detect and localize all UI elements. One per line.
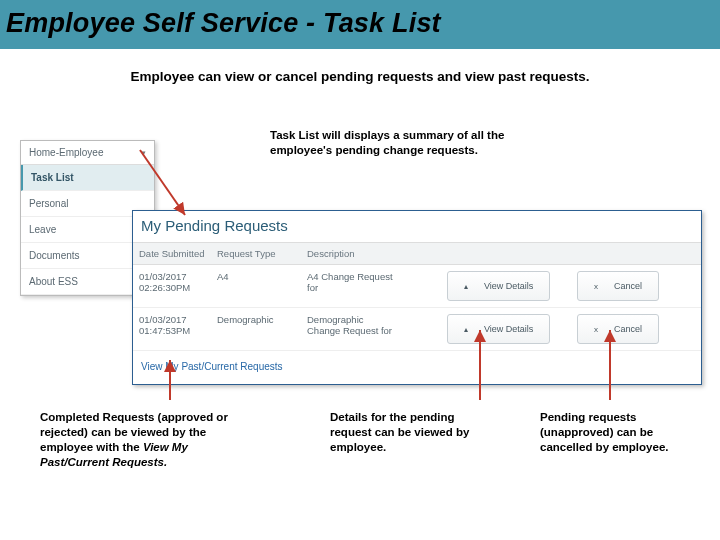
col-empty xyxy=(441,243,571,264)
pending-requests-panel: My Pending Requests Date Submitted Reque… xyxy=(132,210,702,385)
col-date: Date Submitted xyxy=(133,243,211,264)
cell-action: x Cancel xyxy=(571,265,701,307)
sidebar-item-label: Personal xyxy=(29,198,68,209)
time-line: 01:47:53PM xyxy=(139,325,205,336)
desc-line: A4 Change Request xyxy=(307,271,435,282)
sidebar-header-label: Home-Employee xyxy=(29,147,103,158)
sidebar-item-label: Task List xyxy=(31,172,74,183)
cell-date: 01/03/2017 01:47:53PM xyxy=(133,308,211,350)
button-label: View Details xyxy=(478,318,539,340)
panel-title: My Pending Requests xyxy=(133,211,701,242)
x-icon: x xyxy=(588,276,604,297)
date-line: 01/03/2017 xyxy=(139,314,205,325)
cell-date: 01/03/2017 02:26:30PM xyxy=(133,265,211,307)
description-tasklist: Task List will displays a summary of all… xyxy=(270,128,510,158)
cell-action: ▴ View Details xyxy=(441,308,571,350)
chevron-down-icon: ▾ xyxy=(141,148,146,158)
cell-desc: A4 Change Request for xyxy=(301,265,441,307)
cancel-button[interactable]: x Cancel xyxy=(577,271,659,301)
view-details-button[interactable]: ▴ View Details xyxy=(447,314,550,344)
sidebar-item-label: Documents xyxy=(29,250,80,261)
table-header: Date Submitted Request Type Description xyxy=(133,242,701,265)
table-row: 01/03/2017 01:47:53PM Demographic Demogr… xyxy=(133,308,701,351)
cancel-button[interactable]: x Cancel xyxy=(577,314,659,344)
cell-action: ▴ View Details xyxy=(441,265,571,307)
sidebar-header[interactable]: Home-Employee ▾ xyxy=(21,141,154,165)
table-row: 01/03/2017 02:26:30PM A4 A4 Change Reque… xyxy=(133,265,701,308)
view-details-button[interactable]: ▴ View Details xyxy=(447,271,550,301)
page-title: Employee Self Service - Task List xyxy=(6,8,714,39)
cell-action: x Cancel xyxy=(571,308,701,350)
button-label: Cancel xyxy=(608,318,648,340)
desc-line: Change Request for xyxy=(307,325,435,336)
desc-line: Demographic xyxy=(307,314,435,325)
time-line: 02:26:30PM xyxy=(139,282,205,293)
callout-completed: Completed Requests (approved or rejected… xyxy=(40,410,240,470)
sidebar-item-label: Leave xyxy=(29,224,56,235)
callout-cancel: Pending requests (unapproved) can be can… xyxy=(540,410,700,455)
title-banner: Employee Self Service - Task List xyxy=(0,0,720,49)
callout-text: Completed Requests (approved or rejected… xyxy=(40,411,228,453)
col-desc: Description xyxy=(301,243,441,264)
desc-line: for xyxy=(307,282,435,293)
cell-type: A4 xyxy=(211,265,301,307)
sidebar-item-tasklist[interactable]: Task List xyxy=(21,165,154,191)
callout-details: Details for the pending request can be v… xyxy=(330,410,490,455)
past-requests-link[interactable]: View My Past/Current Requests xyxy=(133,351,701,384)
button-label: View Details xyxy=(478,275,539,297)
button-label: Cancel xyxy=(608,275,648,297)
col-empty xyxy=(571,243,701,264)
cell-desc: Demographic Change Request for xyxy=(301,308,441,350)
caret-up-icon: ▴ xyxy=(458,276,474,297)
x-icon: x xyxy=(588,319,604,340)
date-line: 01/03/2017 xyxy=(139,271,205,282)
sidebar-item-label: About ESS xyxy=(29,276,78,287)
cell-type: Demographic xyxy=(211,308,301,350)
col-type: Request Type xyxy=(211,243,301,264)
caret-up-icon: ▴ xyxy=(458,319,474,340)
intro-text: Employee can view or cancel pending requ… xyxy=(0,69,720,84)
